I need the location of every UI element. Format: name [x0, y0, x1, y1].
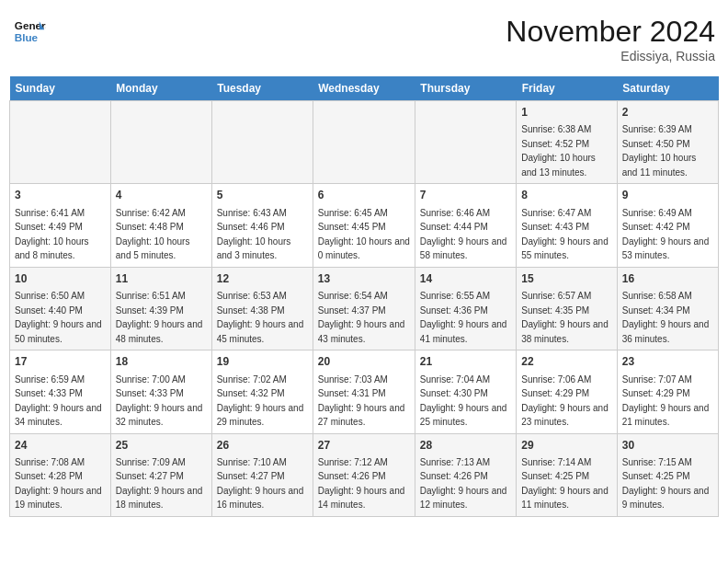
calendar-table: SundayMondayTuesdayWednesdayThursdayFrid… — [9, 76, 719, 517]
calendar-cell: 20Sunrise: 7:03 AMSunset: 4:31 PMDayligh… — [313, 350, 415, 433]
calendar-cell — [415, 101, 516, 184]
calendar-cell: 12Sunrise: 6:53 AMSunset: 4:38 PMDayligh… — [211, 267, 313, 350]
days-of-week-row: SundayMondayTuesdayWednesdayThursdayFrid… — [10, 76, 719, 101]
day-number: 29 — [521, 438, 612, 454]
day-number: 9 — [622, 188, 713, 203]
day-number: 1 — [521, 105, 612, 121]
calendar-cell — [110, 101, 211, 184]
calendar-cell: 2Sunrise: 6:39 AMSunset: 4:50 PMDaylight… — [617, 101, 718, 184]
calendar-week-row: 1Sunrise: 6:38 AMSunset: 4:52 PMDaylight… — [10, 101, 719, 184]
calendar-week-row: 24Sunrise: 7:08 AMSunset: 4:28 PMDayligh… — [10, 433, 719, 516]
title-block: November 2024 Edissiya, Russia — [506, 15, 715, 63]
day-number: 10 — [15, 271, 106, 287]
day-info: Sunrise: 7:06 AMSunset: 4:29 PMDaylight:… — [521, 374, 609, 428]
calendar-cell: 21Sunrise: 7:04 AMSunset: 4:30 PMDayligh… — [415, 350, 516, 433]
day-info: Sunrise: 7:13 AMSunset: 4:26 PMDaylight:… — [420, 457, 507, 511]
day-info: Sunrise: 6:54 AMSunset: 4:37 PMDaylight:… — [318, 291, 405, 344]
calendar-cell: 22Sunrise: 7:06 AMSunset: 4:29 PMDayligh… — [517, 350, 618, 433]
day-number: 28 — [420, 438, 511, 454]
dow-header: Thursday — [415, 76, 516, 101]
calendar-cell: 6Sunrise: 6:45 AMSunset: 4:45 PMDaylight… — [313, 184, 415, 267]
calendar-cell: 30Sunrise: 7:15 AMSunset: 4:25 PMDayligh… — [617, 433, 718, 516]
day-number: 21 — [420, 354, 511, 370]
calendar-cell: 9Sunrise: 6:49 AMSunset: 4:42 PMDaylight… — [617, 184, 718, 267]
day-number: 20 — [318, 354, 410, 370]
day-number: 14 — [420, 271, 511, 287]
dow-header: Monday — [110, 76, 211, 101]
calendar-cell: 18Sunrise: 7:00 AMSunset: 4:33 PMDayligh… — [110, 350, 211, 433]
calendar-cell: 8Sunrise: 6:47 AMSunset: 4:43 PMDaylight… — [517, 184, 618, 267]
calendar-cell: 3Sunrise: 6:41 AMSunset: 4:49 PMDaylight… — [10, 184, 111, 267]
dow-header: Saturday — [617, 76, 718, 101]
calendar-cell: 1Sunrise: 6:38 AMSunset: 4:52 PMDaylight… — [517, 101, 618, 184]
calendar-cell: 27Sunrise: 7:12 AMSunset: 4:26 PMDayligh… — [313, 433, 415, 516]
day-info: Sunrise: 7:12 AMSunset: 4:26 PMDaylight:… — [318, 457, 405, 511]
day-number: 24 — [15, 438, 106, 454]
dow-header: Sunday — [10, 76, 111, 101]
day-number: 15 — [521, 271, 612, 287]
day-number: 23 — [622, 354, 713, 370]
day-info: Sunrise: 6:38 AMSunset: 4:52 PMDaylight:… — [521, 124, 596, 178]
calendar-cell: 29Sunrise: 7:14 AMSunset: 4:25 PMDayligh… — [517, 433, 618, 516]
day-info: Sunrise: 6:50 AMSunset: 4:40 PMDaylight:… — [15, 291, 102, 344]
day-info: Sunrise: 7:04 AMSunset: 4:30 PMDaylight:… — [420, 374, 507, 428]
calendar-cell: 25Sunrise: 7:09 AMSunset: 4:27 PMDayligh… — [110, 433, 211, 516]
day-number: 27 — [318, 438, 410, 454]
day-info: Sunrise: 7:10 AMSunset: 4:27 PMDaylight:… — [217, 457, 304, 511]
day-info: Sunrise: 7:02 AMSunset: 4:32 PMDaylight:… — [217, 374, 304, 428]
calendar-cell: 28Sunrise: 7:13 AMSunset: 4:26 PMDayligh… — [415, 433, 516, 516]
day-number: 19 — [217, 354, 308, 370]
page-header: General Blue November 2024 Edissiya, Rus… — [9, 9, 719, 69]
day-info: Sunrise: 6:53 AMSunset: 4:38 PMDaylight:… — [217, 291, 304, 344]
day-number: 11 — [116, 271, 207, 287]
day-number: 6 — [318, 188, 410, 203]
calendar-cell: 11Sunrise: 6:51 AMSunset: 4:39 PMDayligh… — [110, 267, 211, 350]
dow-header: Friday — [517, 76, 618, 101]
day-number: 5 — [217, 188, 308, 203]
day-info: Sunrise: 7:15 AMSunset: 4:25 PMDaylight:… — [622, 457, 710, 511]
calendar-cell: 26Sunrise: 7:10 AMSunset: 4:27 PMDayligh… — [211, 433, 313, 516]
day-info: Sunrise: 7:07 AMSunset: 4:29 PMDaylight:… — [622, 374, 710, 428]
day-info: Sunrise: 6:45 AMSunset: 4:45 PMDaylight:… — [318, 208, 410, 261]
day-number: 8 — [521, 188, 612, 203]
day-number: 18 — [116, 354, 207, 370]
day-info: Sunrise: 6:59 AMSunset: 4:33 PMDaylight:… — [15, 374, 102, 428]
svg-text:Blue: Blue — [15, 31, 39, 43]
day-number: 13 — [318, 271, 410, 287]
day-info: Sunrise: 6:57 AMSunset: 4:35 PMDaylight:… — [521, 291, 609, 344]
calendar-cell: 5Sunrise: 6:43 AMSunset: 4:46 PMDaylight… — [211, 184, 313, 267]
calendar-week-row: 10Sunrise: 6:50 AMSunset: 4:40 PMDayligh… — [10, 267, 719, 350]
logo-icon: General Blue — [13, 15, 46, 48]
day-number: 16 — [622, 271, 713, 287]
dow-header: Tuesday — [211, 76, 313, 101]
day-number: 7 — [420, 188, 511, 203]
month-title: November 2024 — [506, 15, 715, 49]
calendar-cell — [313, 101, 415, 184]
day-number: 12 — [217, 271, 308, 287]
day-info: Sunrise: 7:00 AMSunset: 4:33 PMDaylight:… — [116, 374, 203, 428]
day-info: Sunrise: 6:43 AMSunset: 4:46 PMDaylight:… — [217, 208, 291, 261]
calendar-week-row: 3Sunrise: 6:41 AMSunset: 4:49 PMDaylight… — [10, 184, 719, 267]
calendar-week-row: 17Sunrise: 6:59 AMSunset: 4:33 PMDayligh… — [10, 350, 719, 433]
calendar-cell — [211, 101, 313, 184]
day-info: Sunrise: 6:58 AMSunset: 4:34 PMDaylight:… — [622, 291, 710, 344]
calendar-cell: 15Sunrise: 6:57 AMSunset: 4:35 PMDayligh… — [517, 267, 618, 350]
calendar-cell: 16Sunrise: 6:58 AMSunset: 4:34 PMDayligh… — [617, 267, 718, 350]
day-info: Sunrise: 6:47 AMSunset: 4:43 PMDaylight:… — [521, 208, 609, 261]
day-number: 26 — [217, 438, 308, 454]
calendar-cell: 24Sunrise: 7:08 AMSunset: 4:28 PMDayligh… — [10, 433, 111, 516]
day-info: Sunrise: 6:55 AMSunset: 4:36 PMDaylight:… — [420, 291, 507, 344]
day-info: Sunrise: 7:08 AMSunset: 4:28 PMDaylight:… — [15, 457, 102, 511]
calendar-body: 1Sunrise: 6:38 AMSunset: 4:52 PMDaylight… — [10, 101, 719, 517]
calendar-cell: 19Sunrise: 7:02 AMSunset: 4:32 PMDayligh… — [211, 350, 313, 433]
day-number: 2 — [622, 105, 713, 121]
calendar-cell: 17Sunrise: 6:59 AMSunset: 4:33 PMDayligh… — [10, 350, 111, 433]
calendar-cell — [10, 101, 111, 184]
calendar-cell: 7Sunrise: 6:46 AMSunset: 4:44 PMDaylight… — [415, 184, 516, 267]
location: Edissiya, Russia — [506, 49, 715, 63]
day-number: 3 — [15, 188, 106, 203]
day-info: Sunrise: 7:03 AMSunset: 4:31 PMDaylight:… — [318, 374, 405, 428]
day-info: Sunrise: 6:49 AMSunset: 4:42 PMDaylight:… — [622, 208, 710, 261]
calendar-cell: 14Sunrise: 6:55 AMSunset: 4:36 PMDayligh… — [415, 267, 516, 350]
day-number: 25 — [116, 438, 207, 454]
